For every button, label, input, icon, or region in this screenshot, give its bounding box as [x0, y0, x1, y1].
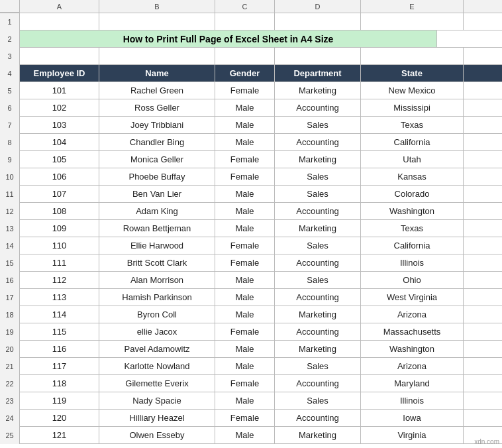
cell-department: Accounting: [275, 289, 361, 306]
cell-department: Sales: [275, 358, 361, 374]
cell-1f: [361, 13, 464, 30]
cell-gender: Male: [215, 117, 275, 133]
cell-3d: [215, 48, 275, 64]
cell-name: Phoebe Buffay: [99, 168, 215, 185]
cell-department: Marketing: [275, 82, 361, 99]
cell-extra: [464, 289, 502, 306]
row-num: 25: [0, 427, 20, 444]
cell-department: Sales: [275, 117, 361, 133]
cell-department: Sales: [275, 392, 361, 409]
cell-1g: [464, 13, 502, 30]
data-rows-container: 5101Rachel GreenFemaleMarketingNew Mexic…: [0, 82, 502, 444]
cell-department: Marketing: [275, 220, 361, 237]
table-row: 1: [0, 13, 502, 30]
row-num: 20: [0, 341, 20, 358]
row-num: 9: [0, 151, 20, 168]
cell-gender: Female: [215, 237, 275, 254]
cell-state: Washington: [361, 203, 464, 219]
cell-extra: [464, 99, 502, 116]
cell-1b: [20, 13, 99, 30]
col-letter-b: B: [99, 0, 215, 13]
cell-employee-id: 108: [20, 203, 99, 219]
header-employee-id: Employee ID: [20, 65, 99, 82]
cell-extra: [464, 203, 502, 219]
cell-extra: [464, 237, 502, 254]
table-row: 25121Olwen EssebyMaleMarketingVirginia: [0, 427, 502, 444]
corner-cell: [0, 0, 20, 13]
cell-1c: [99, 13, 215, 30]
row-num: 22: [0, 375, 20, 392]
table-row: 20116Pavel AdamowitzMaleMarketingWashing…: [0, 341, 502, 358]
table-row: 22118Gilemette EverixFemaleAccountingMar…: [0, 375, 502, 392]
table-row: 21117Karlotte NowlandMaleSalesArizona: [0, 358, 502, 375]
cell-state: Arizona: [361, 358, 464, 374]
header-department: Department: [275, 65, 361, 82]
cell-name: Karlotte Nowland: [99, 358, 215, 374]
cell-state: Illinois: [361, 254, 464, 271]
header-extra: [464, 65, 502, 82]
table-row: 5101Rachel GreenFemaleMarketingNew Mexic…: [0, 82, 502, 99]
cell-department: Marketing: [275, 341, 361, 357]
cell-employee-id: 117: [20, 358, 99, 374]
cell-department: Marketing: [275, 151, 361, 168]
cell-department: Accounting: [275, 203, 361, 219]
cell-name: Monica Geller: [99, 151, 215, 168]
cell-employee-id: 111: [20, 254, 99, 271]
cell-extra: [464, 323, 502, 340]
cell-gender: Male: [215, 358, 275, 374]
cell-state: Colorado: [361, 186, 464, 202]
row-num: 23: [0, 392, 20, 410]
table-row: 6102Ross GellerMaleAccountingMississipi: [0, 99, 502, 117]
col-letter-f: F: [464, 0, 502, 13]
row-num: 13: [0, 220, 20, 237]
table-row: 16112Alan MorrisonMaleSalesOhio: [0, 272, 502, 289]
cell-3g: [464, 48, 502, 64]
cell-gender: Female: [215, 410, 275, 426]
cell-name: Ross Geller: [99, 99, 215, 116]
cell-extra: [464, 254, 502, 271]
cell-state: Texas: [361, 220, 464, 237]
row-num: 7: [0, 117, 20, 134]
cell-extra: [464, 151, 502, 168]
cell-name: Joey Tribbiani: [99, 117, 215, 133]
cell-name: Nady Spacie: [99, 392, 215, 409]
row-num: 15: [0, 254, 20, 272]
cell-gender: Male: [215, 186, 275, 202]
cell-gender: Female: [215, 151, 275, 168]
header-gender: Gender: [215, 65, 275, 82]
cell-employee-id: 120: [20, 410, 99, 426]
cell-name: Ellie Harwood: [99, 237, 215, 254]
cell-department: Sales: [275, 237, 361, 254]
row-num-2: 2: [0, 30, 20, 48]
cell-employee-id: 106: [20, 168, 99, 185]
cell-gender: Female: [215, 82, 275, 99]
row-num: 5: [0, 82, 20, 99]
cell-state: Iowa: [361, 410, 464, 426]
cell-name: Pavel Adamowitz: [99, 341, 215, 357]
table-row: 3: [0, 48, 502, 65]
title-row: 2 How to Print Full Page of Excel Sheet …: [0, 30, 502, 48]
row-num: 16: [0, 272, 20, 289]
cell-employee-id: 109: [20, 220, 99, 237]
cell-employee-id: 119: [20, 392, 99, 409]
row-num: 12: [0, 203, 20, 220]
cell-extra: [464, 117, 502, 133]
spreadsheet-title: How to Print Full Page of Excel Sheet in…: [20, 30, 437, 47]
cell-state: Virginia: [361, 427, 464, 443]
table-row: 13109Rowan BettjemanMaleMarketingTexas: [0, 220, 502, 237]
cell-name: Olwen Esseby: [99, 427, 215, 443]
cell-state: Kansas: [361, 168, 464, 185]
cell-employee-id: 102: [20, 99, 99, 116]
row-num: 11: [0, 186, 20, 203]
table-row: 14110Ellie HarwoodFemaleSalesCalifornia: [0, 237, 502, 254]
table-row: 12108Adam KingMaleAccountingWashington: [0, 203, 502, 220]
cell-1e: [275, 13, 361, 30]
cell-name: Gilemette Everix: [99, 375, 215, 392]
cell-3c: [99, 48, 215, 64]
row-num: 10: [0, 168, 20, 186]
cell-extra: [464, 220, 502, 237]
cell-gender: Male: [215, 272, 275, 288]
cell-employee-id: 116: [20, 341, 99, 357]
cell-extra: [464, 168, 502, 185]
cell-gender: Male: [215, 392, 275, 409]
